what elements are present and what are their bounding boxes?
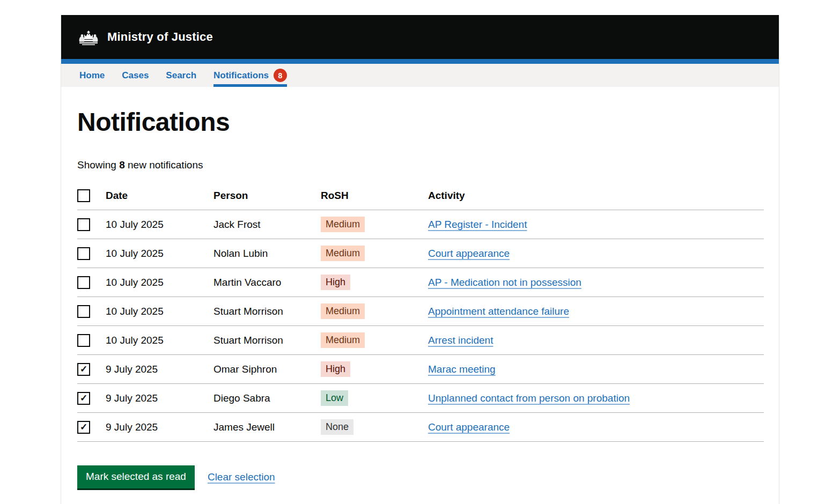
masthead: Ministry of Justice (61, 15, 779, 59)
table-row: 9 July 2025 Diego Sabra Low Unplanned co… (77, 384, 764, 413)
brand-blue-bar (61, 59, 779, 64)
summary-prefix: Showing (77, 159, 119, 171)
cell-person: Martin Vaccaro (213, 277, 321, 288)
activity-link[interactable]: Marac meeting (428, 364, 496, 375)
select-all-checkbox[interactable] (77, 189, 90, 202)
activity-link[interactable]: Unplanned contact from person on probati… (428, 392, 630, 404)
rosh-tag: Medium (321, 332, 365, 349)
rosh-tag: Medium (321, 217, 365, 233)
cell-date: 10 July 2025 (106, 277, 213, 288)
nav-item-search[interactable]: Search (166, 64, 196, 87)
cell-person: Nolan Lubin (213, 248, 321, 260)
cell-person: Stuart Morrison (213, 335, 321, 346)
column-header-rosh: RoSH (321, 190, 428, 202)
org-name: Ministry of Justice (107, 30, 213, 44)
row-checkbox[interactable] (77, 421, 90, 434)
cell-date: 10 July 2025 (106, 219, 213, 231)
table-row: 10 July 2025 Stuart Morrison Medium Arre… (77, 326, 764, 355)
activity-link[interactable]: AP - Medication not in possession (428, 277, 581, 288)
cell-person: James Jewell (213, 421, 321, 433)
notifications-count-badge: 8 (274, 69, 287, 82)
column-header-person: Person (213, 190, 321, 202)
cell-date: 10 July 2025 (106, 335, 213, 346)
row-checkbox[interactable] (77, 218, 90, 231)
primary-nav: Home Cases Search Notifications 8 (61, 64, 779, 87)
page-title: Notifications (77, 87, 763, 137)
row-checkbox[interactable] (77, 392, 90, 405)
row-checkbox[interactable] (77, 334, 90, 347)
table-row: 10 July 2025 Jack Frost Medium AP Regist… (77, 210, 764, 239)
cell-date: 9 July 2025 (106, 421, 213, 433)
table-row: 9 July 2025 James Jewell None Court appe… (77, 413, 764, 442)
activity-link[interactable]: Court appearance (428, 248, 510, 259)
rosh-tag: Low (321, 390, 348, 406)
nav-item-cases[interactable]: Cases (122, 64, 149, 87)
nav-item-notifications-label: Notifications (213, 70, 269, 81)
nav-item-home[interactable]: Home (79, 64, 105, 87)
table-header-row: Date Person RoSH Activity (77, 186, 764, 210)
column-header-activity: Activity (428, 190, 764, 202)
cell-date: 9 July 2025 (106, 392, 213, 404)
column-header-date: Date (106, 190, 213, 202)
table-row: 10 July 2025 Stuart Morrison Medium Appo… (77, 297, 764, 326)
row-checkbox[interactable] (77, 363, 90, 376)
cell-date: 10 July 2025 (106, 248, 213, 260)
notifications-table: Date Person RoSH Activity 10 July 2025 J… (77, 186, 764, 442)
row-checkbox[interactable] (77, 247, 90, 260)
activity-link[interactable]: Arrest incident (428, 335, 493, 346)
app-container: Ministry of Justice Home Cases Search No… (61, 15, 779, 504)
table-row: 10 July 2025 Nolan Lubin Medium Court ap… (77, 239, 764, 268)
activity-link[interactable]: AP Register - Incident (428, 219, 527, 230)
table-row: 10 July 2025 Martin Vaccaro High AP - Me… (77, 268, 764, 297)
mark-selected-as-read-button[interactable]: Mark selected as read (77, 465, 195, 488)
cell-person: Omar Siphron (213, 364, 321, 375)
rosh-tag: High (321, 361, 350, 377)
activity-link[interactable]: Appointment attendance failure (428, 306, 569, 317)
rosh-tag: High (321, 275, 350, 291)
row-checkbox[interactable] (77, 276, 90, 289)
rosh-tag: Medium (321, 246, 365, 262)
cell-person: Jack Frost (213, 219, 321, 231)
table-row: 9 July 2025 Omar Siphron High Marac meet… (77, 355, 764, 384)
rosh-tag: Medium (321, 303, 365, 320)
summary-suffix: new notifications (125, 159, 203, 171)
clear-selection-link[interactable]: Clear selection (208, 471, 275, 483)
activity-link[interactable]: Court appearance (428, 421, 510, 433)
royal-crest-icon (77, 28, 100, 46)
main-content: Notifications Showing 8 new notification… (61, 87, 779, 504)
summary-text: Showing 8 new notifications (77, 159, 763, 171)
row-checkbox[interactable] (77, 305, 90, 318)
actions-bar: Mark selected as read Clear selection (77, 465, 763, 488)
cell-date: 10 July 2025 (106, 306, 213, 317)
nav-item-notifications[interactable]: Notifications 8 (213, 64, 287, 87)
cell-person: Stuart Morrison (213, 306, 321, 317)
cell-date: 9 July 2025 (106, 364, 213, 375)
rosh-tag: None (321, 419, 353, 435)
summary-count: 8 (119, 159, 125, 171)
cell-person: Diego Sabra (213, 392, 321, 404)
